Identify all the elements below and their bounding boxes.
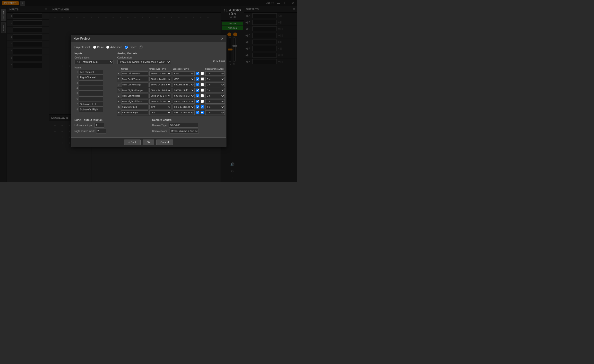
project-level-help[interactable]: ? <box>139 45 143 49</box>
output-lpf-cell: 80Hz 24 dB L-R <box>172 104 195 110</box>
output-name-input[interactable] <box>121 83 148 87</box>
modal-input-field[interactable] <box>79 86 103 91</box>
output-dist-select[interactable]: 0 in <box>205 99 225 104</box>
modal-titlebar: New Project ✕ <box>71 35 226 42</box>
remote-mode-input[interactable] <box>170 129 199 133</box>
level-advanced-label[interactable]: Advanced <box>106 46 122 49</box>
output-lpf-cell: 500Hz 24 dB L-R <box>172 93 195 99</box>
modal-input-field[interactable] <box>79 91 103 96</box>
left-source-row: Left source input: <box>75 123 145 128</box>
output-cb1[interactable] <box>196 72 199 75</box>
inputs-name-label: Name: <box>75 66 113 69</box>
outputs-section-title: Analog Outputs <box>117 52 225 55</box>
output-cb1[interactable] <box>196 100 199 103</box>
output-name-cell <box>121 71 149 76</box>
output-cb2[interactable] <box>201 100 204 103</box>
modal-input-field[interactable] <box>79 107 103 112</box>
output-hpf-select[interactable]: 80Hz 24 dB L-R <box>149 99 171 104</box>
output-lpf-select[interactable]: OFF <box>173 71 195 76</box>
output-name-input[interactable] <box>121 94 148 98</box>
level-expert-radio[interactable] <box>125 46 128 49</box>
output-cb1[interactable] <box>196 105 199 108</box>
output-name-input[interactable] <box>121 110 148 115</box>
level-basic-label[interactable]: Basic <box>93 46 104 49</box>
output-lpf-select[interactable]: OFF <box>173 77 195 81</box>
output-lpf-select[interactable]: 500Hz 24 dB L-R <box>173 99 195 104</box>
modal-input-field[interactable] <box>79 70 103 74</box>
project-level-label: Project Level: <box>75 46 91 49</box>
output-cb1[interactable] <box>196 77 199 81</box>
modal-title: New Project <box>74 37 90 40</box>
output-hpf-cell: 80Hz 24 dB L-R <box>149 99 172 104</box>
output-dist-select[interactable]: 0 in <box>205 77 225 81</box>
output-cb1[interactable] <box>196 111 199 114</box>
level-basic-radio[interactable] <box>93 46 96 49</box>
output-dist-select[interactable]: 0 in <box>205 94 225 98</box>
cancel-button[interactable]: Cancel <box>156 140 173 145</box>
output-dist-select[interactable]: 0 in <box>205 105 225 109</box>
modal-input-field[interactable] <box>79 96 103 101</box>
output-name-input[interactable] <box>121 88 148 92</box>
right-source-input[interactable] <box>96 129 106 133</box>
output-letter: H <box>117 110 121 116</box>
inputs-section-title: Inputs <box>75 52 113 55</box>
output-dist-select[interactable]: 0 in <box>205 88 225 92</box>
output-cb1[interactable] <box>196 94 199 97</box>
spdif-remote-section: S/PDIF output (digital) Left source inpu… <box>75 118 223 134</box>
output-name-input[interactable] <box>121 71 148 76</box>
output-dist-select[interactable]: 0 in <box>205 71 225 76</box>
remote-type-input[interactable] <box>169 123 198 128</box>
output-cb2[interactable] <box>201 72 204 75</box>
output-cb2[interactable] <box>201 89 204 92</box>
left-source-label: Left source input: <box>75 124 93 127</box>
col-name: Name: <box>121 67 149 71</box>
output-hpf-select[interactable]: 500Hz 24 dB L-R <box>149 83 171 87</box>
output-cb2[interactable] <box>201 77 204 81</box>
output-cb2[interactable] <box>201 105 204 108</box>
modal-input-field[interactable] <box>79 102 103 107</box>
output-name-input[interactable] <box>121 99 148 104</box>
output-hpf-select[interactable]: 80Hz 24 dB L-R <box>149 94 171 98</box>
output-cb2[interactable] <box>201 83 204 86</box>
modal-row-num: 1 <box>75 71 78 74</box>
output-lpf-select[interactable]: 80Hz 24 dB L-R <box>173 110 195 115</box>
modal-row-num: 5 <box>75 92 78 95</box>
output-lpf-select[interactable]: 5000Hz 24 dB L-l <box>173 88 195 92</box>
output-name-cell <box>121 93 149 99</box>
output-letter: C <box>117 82 121 88</box>
output-lpf-select[interactable]: 80Hz 24 dB L-R <box>173 105 195 109</box>
back-button[interactable]: < Back <box>124 140 141 145</box>
remote-type-label: Remote Type: <box>152 124 167 127</box>
output-cb1[interactable] <box>196 83 199 86</box>
output-hpf-select[interactable]: OFF <box>149 105 171 109</box>
modal-input-field[interactable] <box>79 75 103 80</box>
output-dist-select[interactable]: 0 in <box>205 110 225 115</box>
level-expert-label[interactable]: Expert <box>125 46 137 49</box>
output-lpf-select[interactable]: 5000Hz 24 dB L-l <box>173 83 195 87</box>
modal-row-num: 3 <box>75 82 78 84</box>
output-name-input[interactable] <box>121 105 148 109</box>
output-hpf-select[interactable]: 5000Hz 24 dB L-l <box>149 77 171 81</box>
output-cb1[interactable] <box>196 89 199 92</box>
output-hpf-select[interactable]: 500Hz 24 dB L-R <box>149 88 171 92</box>
output-letter: E <box>117 93 121 99</box>
output-name-input[interactable] <box>121 77 148 81</box>
output-hpf-cell: 500Hz 24 dB L-R <box>149 82 172 88</box>
output-cb2[interactable] <box>201 111 204 114</box>
output-dist-select[interactable]: 0 in <box>205 83 225 87</box>
left-source-input[interactable] <box>95 123 104 128</box>
output-lpf-select[interactable]: 500Hz 24 dB L-R <box>173 94 195 98</box>
col-hpf: Crossover HPF: <box>149 67 172 71</box>
level-advanced-radio[interactable] <box>106 46 109 49</box>
output-hpf-select[interactable]: OFF <box>149 110 171 115</box>
ok-button[interactable]: Ok <box>143 140 154 145</box>
outputs-config-select[interactable]: 4-way: L/R Tweeter >< Midrange >< Woof <box>117 60 171 64</box>
output-hpf-cell: 500Hz 24 dB L-R <box>149 88 172 93</box>
output-cb2[interactable] <box>201 94 204 97</box>
output-table-row: A 5000Hz 24 dB L-l OFF <box>117 71 225 76</box>
output-name-cell <box>121 110 149 116</box>
modal-close-button[interactable]: ✕ <box>221 37 224 41</box>
modal-input-field[interactable] <box>79 80 103 85</box>
output-hpf-select[interactable]: 5000Hz 24 dB L-l <box>149 71 171 76</box>
inputs-config-select[interactable]: 2.1 (Left/Right, Sub) <box>75 60 113 64</box>
